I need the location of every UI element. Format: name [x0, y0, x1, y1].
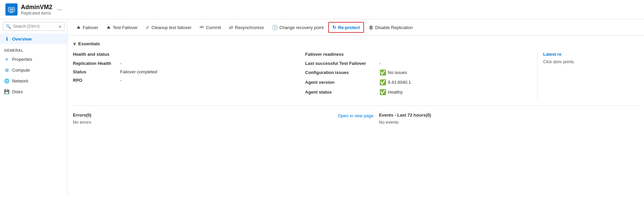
sidebar-item-compute[interactable]: ⊞ Compute [0, 65, 67, 75]
agent-status-icon: ✅ [380, 89, 386, 95]
config-check-icon: ✅ [380, 69, 386, 76]
general-section-label: General [0, 44, 67, 54]
agent-status-label: Agent status [305, 90, 380, 95]
reprotect-icon: ↻ [332, 25, 336, 30]
reprotect-label: Re-protect [338, 25, 360, 30]
svg-rect-5 [78, 28, 80, 29]
section-divider [73, 105, 639, 106]
essentials-header[interactable]: ∨ Essentials [73, 41, 639, 46]
status-label: Status [73, 69, 120, 74]
collapse-button[interactable]: « [59, 24, 61, 29]
agent-version-value: ✅ 9.43.6040.1 [380, 79, 411, 85]
disks-icon: 💾 [4, 89, 9, 94]
svg-rect-6 [108, 28, 110, 29]
open-in-new-page-link[interactable]: Open in new page [338, 113, 374, 118]
main-content: Failover Test Failover ✓ Cleanup test fa… [67, 19, 644, 196]
cleanup-label: Cleanup test failover [151, 25, 192, 30]
search-icon: 🔍 [6, 24, 11, 29]
search-box[interactable]: 🔍 « [3, 22, 64, 31]
network-icon: 🌐 [4, 78, 9, 83]
sidebar-item-network-label: Network [12, 78, 28, 83]
latest-recovery-section: Latest re Click abov points. [537, 52, 639, 99]
status-row: Status Failover completed [73, 69, 297, 74]
svg-rect-1 [9, 8, 14, 10]
test-failover-button[interactable]: Test Failover [103, 23, 141, 32]
test-failover-icon [106, 25, 111, 30]
last-test-label: Last successful Test Failover [305, 61, 380, 66]
agent-version-label: Agent version [305, 80, 380, 85]
rpo-label: RPO [73, 78, 120, 83]
disable-replication-button[interactable]: 🗑 Disable Replication [365, 23, 416, 32]
disable-label: Disable Replication [375, 25, 413, 30]
essentials-chevron: ∨ [73, 41, 76, 46]
properties-icon: ≡ [4, 56, 9, 62]
agent-status-row: Agent status ✅ Healthy [305, 89, 530, 95]
sidebar-nav: ℹ Overview General ≡ Properties ⊞ Comput… [0, 33, 67, 97]
agent-version-text: 9.43.6040.1 [388, 80, 411, 85]
overview-content: ∨ Essentials Health and status Replicati… [67, 36, 644, 130]
cleanup-icon: ✓ [146, 25, 150, 30]
agent-status-text: Healthy [388, 90, 403, 95]
failover-section: Failover readiness Last successful Test … [305, 52, 530, 99]
rpo-value: - [120, 78, 121, 83]
last-test-text: - [380, 61, 381, 66]
essentials-grid: Health and status Replication Health - S… [73, 52, 639, 99]
resync-icon: ⇄ [229, 25, 233, 30]
failover-label: Failover [83, 25, 98, 30]
events-section: Events - Last 72 hours(0) No events [379, 113, 639, 125]
bottom-grid: Errors(0) No errors Open in new page Eve… [73, 113, 639, 125]
agent-version-icon: ✅ [380, 79, 386, 85]
commit-button[interactable]: Commit [196, 23, 224, 32]
sidebar-item-disks[interactable]: 💾 Disks [0, 86, 67, 97]
essentials-title: Essentials [78, 41, 100, 46]
resynchronize-button[interactable]: ⇄ Resynchronize [226, 23, 267, 32]
events-body: No events [379, 120, 639, 125]
config-issues-value: ✅ No issues [380, 69, 407, 76]
replication-health-value: - [120, 61, 121, 66]
sidebar: 🔍 « ℹ Overview General ≡ Properties ⊞ Co… [0, 19, 67, 196]
errors-section: Errors(0) No errors [73, 113, 333, 125]
sidebar-item-compute-label: Compute [12, 68, 30, 73]
latest-recovery-body: Click abov points. [543, 59, 639, 64]
disable-icon: 🗑 [369, 25, 373, 30]
compute-icon: ⊞ [4, 67, 9, 73]
cleanup-test-button[interactable]: ✓ Cleanup test failover [142, 23, 195, 32]
overview-icon: ℹ [4, 36, 9, 42]
last-test-failover-row: Last successful Test Failover - [305, 61, 530, 66]
last-test-value: - [380, 61, 381, 66]
status-value: Failover completed [120, 69, 157, 74]
failover-button[interactable]: Failover [73, 23, 102, 32]
commit-icon [199, 25, 204, 30]
commit-label: Commit [206, 25, 221, 30]
recovery-label: Change recovery point [279, 25, 324, 30]
vm-icon [5, 3, 18, 16]
sidebar-item-properties-label: Properties [12, 57, 32, 62]
errors-title: Errors(0) [73, 113, 333, 118]
sidebar-item-network[interactable]: 🌐 Network [0, 75, 67, 86]
health-title: Health and status [73, 52, 297, 57]
recovery-icon: 🕐 [272, 25, 278, 30]
events-title: Events - Last 72 hours(0) [379, 113, 639, 118]
rpo-row: RPO - [73, 78, 297, 83]
resync-label: Resynchronize [235, 25, 264, 30]
agent-version-row: Agent version ✅ 9.43.6040.1 [305, 79, 530, 85]
sidebar-item-overview[interactable]: ℹ Overview [0, 33, 67, 44]
failover-icon [76, 25, 81, 30]
page-title: AdminVM2 [21, 4, 52, 11]
sidebar-item-properties[interactable]: ≡ Properties [0, 54, 67, 65]
test-failover-label: Test Failover [113, 25, 138, 30]
sidebar-item-overview-label: Overview [12, 36, 32, 42]
page-subtitle: Replicated items [21, 11, 52, 16]
header-text-block: AdminVM2 Replicated items [21, 4, 52, 16]
more-options-button[interactable]: ··· [57, 6, 62, 13]
config-issues-label: Configuration issues [305, 70, 380, 75]
replication-health-label: Replication Health [73, 61, 120, 66]
failover-title: Failover readiness [305, 52, 530, 57]
re-protect-button[interactable]: ↻ Re-protect [328, 22, 364, 33]
errors-body: No errors [73, 120, 333, 125]
agent-status-value: ✅ Healthy [380, 89, 403, 95]
change-recovery-button[interactable]: 🕐 Change recovery point [269, 23, 327, 32]
sidebar-item-disks-label: Disks [12, 89, 23, 94]
health-section: Health and status Replication Health - S… [73, 52, 297, 99]
search-input[interactable] [13, 24, 57, 29]
